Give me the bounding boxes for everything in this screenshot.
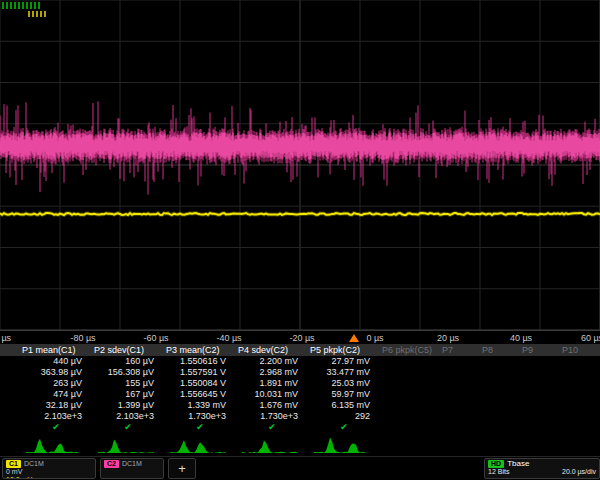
- param-header-p3[interactable]: P3 mean(C2): [164, 344, 236, 356]
- histicon-p5[interactable]: [308, 432, 380, 454]
- hd-badge: HD: [488, 460, 504, 468]
- time-tick: -20 µs: [289, 333, 314, 343]
- meas-value: 25.03 mV: [308, 378, 380, 389]
- status-check-icon: ✔: [20, 422, 92, 432]
- time-tick: 40 µs: [510, 333, 532, 343]
- meas-value: 10.031 mV: [236, 389, 308, 400]
- measurement-row-mean: 363.98 µV 156.308 µV 1.557591 V 2.968 mV…: [0, 367, 600, 378]
- measurement-row-max: 474 µV 167 µV 1.556645 V 10.031 mV 59.97…: [0, 389, 600, 400]
- histicon-p2[interactable]: [92, 432, 164, 454]
- channel-c1-descriptor[interactable]: C1 DC1M 0 mV 10.0 mV: [2, 458, 96, 479]
- param-header-p1[interactable]: P1 mean(C1): [20, 344, 92, 356]
- meas-value: 6.135 mV: [308, 400, 380, 411]
- meas-value: 156.308 µV: [92, 367, 164, 378]
- histicon-strip: [0, 432, 600, 456]
- meas-value: 160 µV: [92, 356, 164, 367]
- measurement-row-value: 440 µV 160 µV 1.550616 V 2.200 mV 27.97 …: [0, 356, 600, 367]
- histicon-p4[interactable]: [236, 432, 308, 454]
- meas-value: 440 µV: [20, 356, 92, 367]
- measurement-row-min: 263 µV 155 µV 1.550084 V 1.891 mV 25.03 …: [0, 378, 600, 389]
- meas-value: 263 µV: [20, 378, 92, 389]
- measurement-table: P1 mean(C1) P2 sdev(C1) P3 mean(C2) P4 s…: [0, 344, 600, 432]
- meas-value: 33.477 mV: [308, 367, 380, 378]
- channel-c2-descriptor[interactable]: C2 DC1M: [100, 458, 164, 479]
- plus-icon: +: [178, 461, 186, 476]
- meas-value: 32.18 µV: [20, 400, 92, 411]
- meas-value: 1.556645 V: [164, 389, 236, 400]
- param-header-p2[interactable]: P2 sdev(C1): [92, 344, 164, 356]
- c1-line1: 0 mV: [6, 468, 92, 476]
- screen-annotation-green: [2, 2, 42, 9]
- meas-value: 2.103e+3: [92, 411, 164, 422]
- meas-value: 292: [308, 411, 380, 422]
- status-check-icon: ✔: [236, 422, 308, 432]
- time-tick: -100 µs: [0, 333, 11, 343]
- c1-line2: 10.0 mV: [6, 476, 92, 480]
- meas-value: 59.97 mV: [308, 389, 380, 400]
- timebase-descriptor[interactable]: HD Tbase 12 Bits 20.0 µs/div: [484, 458, 600, 479]
- meas-value: 155 µV: [92, 378, 164, 389]
- time-tick: -60 µs: [143, 333, 168, 343]
- meas-value: 2.103e+3: [20, 411, 92, 422]
- meas-value: 474 µV: [20, 389, 92, 400]
- meas-value: 2.968 mV: [236, 367, 308, 378]
- histicon-p1[interactable]: [20, 432, 92, 454]
- meas-value: 2.200 mV: [236, 356, 308, 367]
- timebase-scale: 20.0 µs/div: [562, 468, 596, 476]
- meas-value: 363.98 µV: [20, 367, 92, 378]
- c2-coupling: DC1M: [122, 460, 142, 468]
- time-tick: 60 µs: [581, 333, 600, 343]
- c1-coupling: DC1M: [24, 460, 44, 468]
- param-header-p4[interactable]: P4 sdev(C2): [236, 344, 308, 356]
- timebase-bits: 12 Bits: [488, 468, 509, 476]
- screen-annotation-yellow: [28, 11, 48, 17]
- meas-value: 1.891 mV: [236, 378, 308, 389]
- add-trace-button[interactable]: +: [168, 458, 196, 479]
- waveform-display[interactable]: [0, 0, 600, 330]
- time-axis: -100 µs -80 µs -60 µs -40 µs -20 µs 0 µs…: [0, 330, 600, 344]
- measurement-header-row: P1 mean(C1) P2 sdev(C1) P3 mean(C2) P4 s…: [0, 344, 600, 356]
- measurement-row-num: 2.103e+3 2.103e+3 1.730e+3 1.730e+3 292: [0, 411, 600, 422]
- c2-chip: C2: [104, 460, 119, 468]
- meas-value: 1.550616 V: [164, 356, 236, 367]
- waveform-svg: [0, 0, 600, 330]
- histicon-p3[interactable]: [164, 432, 236, 454]
- param-header-p8[interactable]: P8: [480, 344, 520, 356]
- time-tick: -80 µs: [70, 333, 95, 343]
- time-tick: 20 µs: [437, 333, 459, 343]
- meas-value: 1.730e+3: [236, 411, 308, 422]
- meas-value: 1.339 mV: [164, 400, 236, 411]
- oscilloscope-screen: -100 µs -80 µs -60 µs -40 µs -20 µs 0 µs…: [0, 0, 600, 480]
- status-check-icon: ✔: [164, 422, 236, 432]
- param-header-p9[interactable]: P9: [520, 344, 560, 356]
- measurement-row-sdev: 32.18 µV 1.399 µV 1.339 mV 1.676 mV 6.13…: [0, 400, 600, 411]
- meas-value: 1.730e+3: [164, 411, 236, 422]
- param-header-p5[interactable]: P5 pkpk(C2): [308, 344, 380, 356]
- param-header-p6[interactable]: P6 pkpk(C5): [380, 344, 440, 356]
- status-check-icon: ✔: [92, 422, 164, 432]
- meas-value: 1.676 mV: [236, 400, 308, 411]
- trigger-time-marker[interactable]: [349, 334, 359, 342]
- descriptor-bar: C1 DC1M 0 mV 10.0 mV C2 DC1M + HD Tbase …: [0, 456, 600, 480]
- param-header-p7[interactable]: P7: [440, 344, 480, 356]
- time-tick: -40 µs: [216, 333, 241, 343]
- meas-value: 1.557591 V: [164, 367, 236, 378]
- time-tick: 0 µs: [366, 333, 383, 343]
- param-header-p10[interactable]: P10: [560, 344, 600, 356]
- meas-value: 1.550084 V: [164, 378, 236, 389]
- meas-value: 27.97 mV: [308, 356, 380, 367]
- meas-value: 1.399 µV: [92, 400, 164, 411]
- c1-chip: C1: [6, 460, 21, 468]
- meas-value: 167 µV: [92, 389, 164, 400]
- measurement-status-row: ✔ ✔ ✔ ✔ ✔: [0, 422, 600, 432]
- status-check-icon: ✔: [308, 422, 380, 432]
- timebase-label: Tbase: [507, 460, 529, 468]
